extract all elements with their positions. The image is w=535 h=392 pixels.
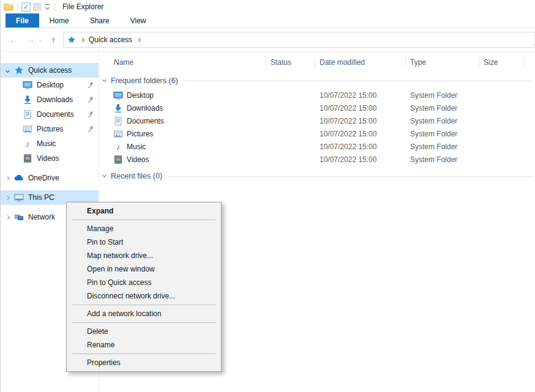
row-date-modified: 10/07/2022 15:00	[315, 142, 406, 151]
new-folder-qat-icon[interactable]	[33, 3, 41, 11]
chevron-down-icon[interactable]	[1, 69, 14, 72]
videos-icon	[113, 155, 123, 165]
documents-icon	[23, 109, 32, 119]
row-name: Music	[127, 142, 146, 151]
row-date-modified: 10/07/2022 15:00	[315, 91, 406, 100]
menu-item-rename[interactable]: Rename	[67, 338, 221, 352]
window-title: File Explorer	[62, 2, 103, 11]
divider	[54, 3, 55, 11]
column-header-status[interactable]: Status	[266, 57, 315, 68]
table-row[interactable]: Pictures 10/07/2022 15:00 System Folder	[99, 127, 535, 140]
sidebar-item-quick-access[interactable]: Quick access	[1, 63, 99, 78]
column-header-date-modified[interactable]: Date modified	[315, 57, 406, 68]
pictures-icon	[113, 129, 123, 139]
pin-icon	[87, 125, 94, 133]
customize-qat-icon[interactable]	[45, 4, 50, 9]
column-header-name[interactable]: Name	[99, 57, 266, 68]
row-type: System Folder	[406, 117, 479, 125]
menu-separator	[72, 322, 215, 323]
tab-view[interactable]: View	[120, 13, 157, 28]
group-label: Frequent folders (6)	[111, 76, 178, 85]
menu-item-disconnect-network-drive[interactable]: Disconnect network drive...	[67, 289, 221, 303]
tab-home[interactable]: Home	[39, 13, 80, 28]
row-date-modified: 10/07/2022 15:00	[315, 130, 406, 138]
chevron-right-icon[interactable]	[1, 177, 14, 180]
breadcrumb-item[interactable]: Quick access	[89, 35, 132, 44]
tab-file[interactable]: File	[6, 13, 39, 28]
table-row[interactable]: ♪Music 10/07/2022 15:00 System Folder	[99, 140, 535, 153]
recent-locations-dropdown-icon[interactable]: ⌄	[39, 37, 43, 43]
network-icon	[14, 212, 24, 222]
sidebar-item-desktop[interactable]: Desktop	[1, 78, 99, 92]
menu-separator	[72, 353, 215, 354]
menu-item-expand[interactable]: Expand	[67, 204, 221, 218]
column-header-type[interactable]: Type	[406, 57, 479, 68]
documents-icon	[113, 116, 123, 126]
sidebar-item-downloads[interactable]: Downloads	[1, 92, 99, 107]
row-name: Desktop	[127, 91, 154, 100]
table-row[interactable]: Documents 10/07/2022 15:00 System Folder	[99, 114, 535, 127]
sidebar-item-label: This PC	[28, 193, 54, 202]
table-row[interactable]: Downloads 10/07/2022 15:00 System Folder	[99, 102, 535, 114]
chevron-right-icon[interactable]	[80, 37, 84, 42]
pin-icon	[87, 81, 94, 89]
chevron-right-icon[interactable]	[1, 216, 14, 219]
row-type: System Folder	[406, 91, 479, 100]
sidebar-item-label: Videos	[37, 154, 59, 163]
tab-share[interactable]: Share	[80, 13, 120, 28]
sidebar-item-music[interactable]: ♪ Music	[1, 136, 99, 151]
divider	[17, 3, 18, 11]
address-input[interactable]: Quick access	[63, 32, 535, 48]
sidebar-item-onedrive[interactable]: OneDrive	[1, 171, 99, 185]
menu-item-add-network-location[interactable]: Add a network location	[67, 307, 221, 320]
group-label: Recent files (0)	[111, 172, 162, 180]
column-header-spacer	[525, 57, 535, 68]
chevron-right-icon[interactable]	[1, 196, 14, 199]
sidebar-item-label: OneDrive	[28, 174, 59, 182]
chevron-right-icon[interactable]	[137, 37, 141, 42]
group-header-frequent-folders[interactable]: Frequent folders (6)	[103, 75, 533, 87]
chevron-down-icon[interactable]	[102, 78, 107, 82]
group-header-recent-files[interactable]: Recent files (0)	[103, 170, 533, 182]
column-header-size[interactable]: Size	[479, 57, 525, 68]
quick-access-star-icon	[67, 35, 76, 44]
sidebar-item-label: Network	[28, 213, 55, 221]
row-name: Videos	[127, 155, 149, 164]
sidebar-item-label: Documents	[37, 110, 74, 119]
row-date-modified: 10/07/2022 15:00	[315, 104, 406, 113]
file-explorer-window: ✓ File Explorer File Home Share View ← →…	[0, 0, 535, 392]
row-name: Documents	[127, 117, 164, 125]
row-type: System Folder	[406, 104, 479, 113]
ribbon-tab-bar: File Home Share View	[1, 13, 535, 28]
properties-qat-icon[interactable]: ✓	[21, 2, 31, 12]
menu-item-manage[interactable]: Manage	[67, 222, 221, 235]
title-bar: ✓ File Explorer	[1, 0, 535, 13]
table-row[interactable]: Videos 10/07/2022 15:00 System Folder	[99, 153, 535, 166]
this-pc-icon	[14, 193, 24, 202]
sidebar-item-documents[interactable]: Documents	[1, 107, 99, 122]
menu-item-pin-to-start[interactable]: Pin to Start	[67, 235, 221, 249]
row-type: System Folder	[406, 130, 479, 138]
videos-icon	[23, 153, 32, 163]
address-bar: ← → ⌄ ↑ Quick access	[1, 28, 535, 52]
menu-item-open-in-new-window[interactable]: Open in new window	[67, 262, 221, 276]
menu-separator	[72, 305, 215, 305]
up-button[interactable]: ↑	[51, 35, 56, 44]
menu-item-properties[interactable]: Properties	[67, 356, 221, 369]
back-button[interactable]: ←	[9, 35, 18, 44]
row-date-modified: 10/07/2022 15:00	[315, 155, 406, 164]
row-date-modified: 10/07/2022 15:00	[315, 117, 406, 125]
row-type: System Folder	[406, 142, 479, 151]
menu-item-map-network-drive[interactable]: Map network drive...	[67, 249, 221, 262]
chevron-down-icon[interactable]	[102, 173, 107, 177]
context-menu: Expand Manage Pin to Start Map network d…	[66, 202, 222, 372]
menu-item-delete[interactable]: Delete	[67, 325, 221, 338]
menu-item-pin-to-quick-access[interactable]: Pin to Quick access	[67, 276, 221, 289]
forward-button[interactable]: →	[26, 35, 35, 44]
pictures-icon	[23, 124, 32, 134]
sidebar-item-pictures[interactable]: Pictures	[1, 122, 99, 136]
downloads-icon	[23, 95, 32, 105]
table-row[interactable]: Desktop 10/07/2022 15:00 System Folder	[99, 89, 535, 102]
sidebar-item-videos[interactable]: Videos	[1, 151, 99, 166]
group-divider-line	[184, 81, 533, 81]
